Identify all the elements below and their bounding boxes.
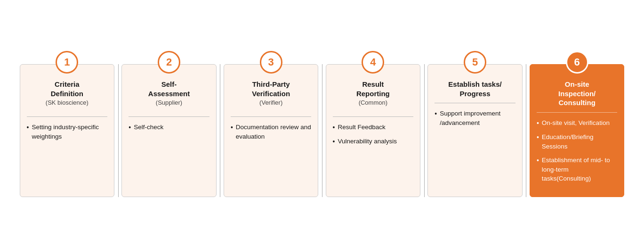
step-wrapper-1: 1Criteria Definition(SK bioscience)Setti…	[16, 51, 118, 197]
step-bullet-4-2: Vulnerability analysis	[333, 137, 414, 146]
step-bullets-2: Self-check	[129, 123, 209, 137]
step-bullets-3: Documentation review and evaluation	[231, 123, 312, 146]
step-bullets-6: On-site visit, VerificationEducation/Bri…	[537, 118, 618, 188]
step-title-1: Criteria Definition	[27, 80, 108, 98]
step-bullet-2-1: Self-check	[129, 123, 209, 132]
step-divider-1	[27, 116, 108, 117]
step-card-3: Third-Party Verification(Verifier)Docume…	[224, 64, 319, 197]
step-divider-2	[129, 116, 209, 117]
step-card-6: On-site Inspection/ ConsultingOn-site vi…	[530, 64, 625, 197]
step-divider-3	[231, 116, 312, 117]
step-card-1: Criteria Definition(SK bioscience)Settin…	[20, 64, 115, 197]
step-title-2: Self- Assessment	[129, 80, 209, 98]
step-wrapper-6: 6On-site Inspection/ ConsultingOn-site v…	[526, 51, 628, 197]
step-wrapper-3: 3Third-Party Verification(Verifier)Docum…	[220, 51, 322, 197]
step-card-4: Result Reporting(Common)Result FeedbackV…	[326, 64, 421, 197]
step-subtitle-4: (Common)	[333, 99, 414, 106]
step-divider-4	[333, 116, 414, 117]
step-bullet-5-1: Support improvement /advancement	[435, 109, 515, 127]
step-bullet-3-1: Documentation review and evaluation	[231, 123, 312, 141]
step-subtitle-2: (Supplier)	[129, 99, 209, 106]
step-bullet-4-1: Result Feedback	[333, 123, 414, 132]
step-bullet-6-2: Education/Briefing Sessions	[537, 132, 618, 151]
step-bullet-6-1: On-site visit, Verification	[537, 118, 618, 128]
step-divider-5	[435, 103, 515, 103]
step-wrapper-2: 2Self- Assessment(Supplier)Self-check	[118, 51, 220, 197]
step-wrapper-4: 4Result Reporting(Common)Result Feedback…	[322, 51, 424, 197]
step-bullet-1-1: Setting industry-specific weightings	[27, 123, 108, 141]
step-bullet-6-3: Establishment of mid- to long-term tasks…	[537, 156, 618, 183]
step-title-4: Result Reporting	[333, 80, 414, 98]
step-title-5: Establish tasks/ Progress	[435, 80, 515, 98]
step-divider-6	[537, 112, 618, 113]
step-title-3: Third-Party Verification	[231, 80, 312, 98]
step-number-3: 3	[260, 51, 282, 74]
step-subtitle-3: (Verifier)	[231, 99, 312, 106]
step-number-2: 2	[158, 51, 180, 74]
step-wrapper-5: 5Establish tasks/ ProgressSupport improv…	[424, 51, 526, 197]
step-title-6: On-site Inspection/ Consulting	[537, 80, 618, 107]
step-bullets-5: Support improvement /advancement	[435, 109, 515, 132]
step-number-5: 5	[464, 51, 486, 74]
step-card-5: Establish tasks/ ProgressSupport improve…	[427, 64, 523, 197]
step-bullets-4: Result FeedbackVulnerability analysis	[333, 123, 414, 151]
step-number-6: 6	[566, 51, 588, 74]
process-container: 1Criteria Definition(SK bioscience)Setti…	[11, 41, 633, 207]
step-subtitle-1: (SK bioscience)	[27, 99, 108, 106]
step-card-2: Self- Assessment(Supplier)Self-check	[121, 64, 217, 197]
step-bullets-1: Setting industry-specific weightings	[27, 123, 108, 146]
